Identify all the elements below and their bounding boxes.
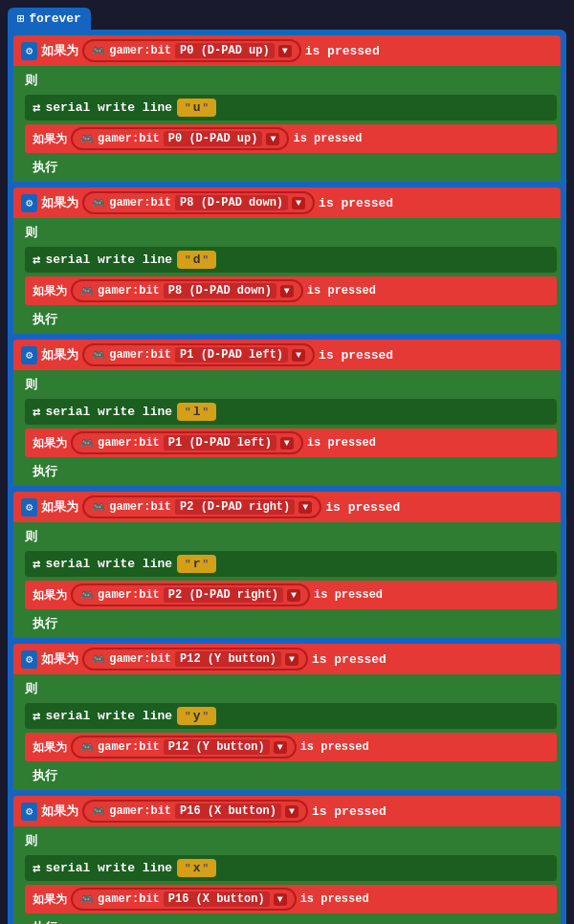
gamer-text: gamer:bit xyxy=(109,500,171,514)
inner-gamepad-icon: 🎮 xyxy=(80,437,94,450)
if-header-block-left[interactable]: ⚙ 如果为 🎮 gamer:bit P1 (D-PAD left) ▼ is p… xyxy=(13,340,561,370)
if-header-block-y[interactable]: ⚙ 如果为 🎮 gamer:bit P12 (Y button) ▼ is pr… xyxy=(13,644,561,674)
inner-dropdown-arrow-block-right[interactable]: ▼ xyxy=(287,589,300,602)
close-quote: " xyxy=(202,102,209,114)
if-condition-label: 如果为 xyxy=(41,650,78,668)
inner-dropdown-arrow-block-y[interactable]: ▼ xyxy=(274,741,287,754)
if-condition-label: 如果为 xyxy=(41,803,78,820)
serial-row-block-right[interactable]: ⇄ serial write line " r " xyxy=(25,551,557,577)
dropdown-arrow-block-up[interactable]: ▼ xyxy=(278,45,292,57)
gear-icon-block-y: ⚙ xyxy=(21,650,37,669)
gamepad-icon: 🎮 xyxy=(92,197,105,209)
inner-dropdown-arrow-block-up[interactable]: ▼ xyxy=(266,133,279,145)
inner-gamer-pill-block-left[interactable]: 🎮 gamer:bit P1 (D-PAD left) ▼ xyxy=(71,431,303,454)
execute-row-block-x: 执行 xyxy=(25,917,557,924)
char-value-block-right: r xyxy=(193,557,201,571)
dropdown-arrow-block-right[interactable]: ▼ xyxy=(298,501,312,514)
is-pressed-label-block-y: is pressed xyxy=(312,652,386,667)
string-value-block-x: " x " xyxy=(177,859,216,877)
inner-gamer-pill-block-right[interactable]: 🎮 gamer:bit P2 (D-PAD right) ▼ xyxy=(71,583,310,606)
if-block-block-down: ⚙ 如果为 🎮 gamer:bit P8 (D-PAD down) ▼ is p… xyxy=(13,187,561,334)
serial-icon: ⇄ xyxy=(33,556,40,572)
serial-write-label: serial write line xyxy=(45,100,172,115)
inner-pin-badge-block-y: P12 (Y button) xyxy=(164,739,270,755)
gamer-text: gamer:bit xyxy=(109,652,171,666)
gamer-pill-block-y[interactable]: 🎮 gamer:bit P12 (Y button) ▼ xyxy=(82,648,308,671)
if-condition-label: 如果为 xyxy=(41,194,78,211)
dropdown-arrow-block-x[interactable]: ▼ xyxy=(285,805,298,818)
gear-icon-block-right: ⚙ xyxy=(21,498,37,517)
inner-dropdown-arrow-block-down[interactable]: ▼ xyxy=(280,285,294,297)
gamer-text: gamer:bit xyxy=(109,196,171,209)
if-header-block-down[interactable]: ⚙ 如果为 🎮 gamer:bit P8 (D-PAD down) ▼ is p… xyxy=(13,187,561,218)
ze-label-block-x: 则 xyxy=(25,830,557,851)
inner-gamer-pill-block-down[interactable]: 🎮 gamer:bit P8 (D-PAD down) ▼ xyxy=(71,279,303,302)
inner-is-pressed-label: is pressed xyxy=(307,284,376,297)
execute-row-block-up: 执行 xyxy=(25,157,557,178)
inner-dropdown-arrow-block-left[interactable]: ▼ xyxy=(280,437,294,450)
gamer-pill-block-right[interactable]: 🎮 gamer:bit P2 (D-PAD right) ▼ xyxy=(82,495,321,518)
close-quote: " xyxy=(202,559,209,570)
pin-badge-block-right: P2 (D-PAD right) xyxy=(175,499,295,515)
ze-label-block-y: 则 xyxy=(25,678,557,699)
serial-row-block-up[interactable]: ⇄ serial write line " u " xyxy=(25,95,557,121)
serial-row-block-down[interactable]: ⇄ serial write line " d " xyxy=(25,247,557,273)
execute-row-block-y: 执行 xyxy=(25,765,557,786)
inner-if-row-block-right[interactable]: 如果为 🎮 gamer:bit P2 (D-PAD right) ▼ is pr… xyxy=(25,581,557,609)
serial-write-label: serial write line xyxy=(45,557,172,571)
inner-gamer-text: gamer:bit xyxy=(98,284,160,297)
inner-if-row-block-x[interactable]: 如果为 🎮 gamer:bit P16 (X button) ▼ is pres… xyxy=(25,885,557,913)
open-quote: " xyxy=(185,863,191,874)
inner-gamer-text: gamer:bit xyxy=(98,132,160,145)
serial-row-block-left[interactable]: ⇄ serial write line " l " xyxy=(25,399,557,425)
char-value-block-x: x xyxy=(193,861,201,875)
inner-if-row-block-y[interactable]: 如果为 🎮 gamer:bit P12 (Y button) ▼ is pres… xyxy=(25,733,557,761)
if-body-block-y: 则 ⇄ serial write line " y " 如果为 🎮 gamer:… xyxy=(13,674,561,790)
dropdown-arrow-block-y[interactable]: ▼ xyxy=(285,653,298,666)
inner-is-pressed-label: is pressed xyxy=(314,588,383,602)
gamer-pill-block-x[interactable]: 🎮 gamer:bit P16 (X button) ▼ xyxy=(82,800,308,823)
serial-row-block-x[interactable]: ⇄ serial write line " x " xyxy=(25,855,557,881)
inner-if-row-block-down[interactable]: 如果为 🎮 gamer:bit P8 (D-PAD down) ▼ is pre… xyxy=(25,276,557,305)
inner-gamepad-icon: 🎮 xyxy=(80,285,94,297)
serial-row-block-y[interactable]: ⇄ serial write line " y " xyxy=(25,703,557,729)
inner-gamer-pill-block-y[interactable]: 🎮 gamer:bit P12 (Y button) ▼ xyxy=(71,736,297,759)
gear-icon-block-down: ⚙ xyxy=(21,194,37,212)
gamer-text: gamer:bit xyxy=(109,44,171,57)
inner-gamer-text: gamer:bit xyxy=(98,892,160,906)
dropdown-arrow-block-left[interactable]: ▼ xyxy=(292,349,305,362)
gamepad-icon: 🎮 xyxy=(92,805,105,818)
gamer-text: gamer:bit xyxy=(109,348,171,362)
pin-badge-block-up: P0 (D-PAD up) xyxy=(175,43,275,58)
if-header-block-right[interactable]: ⚙ 如果为 🎮 gamer:bit P2 (D-PAD right) ▼ is … xyxy=(13,492,561,522)
execute-label-block-y: 执行 xyxy=(33,767,57,784)
inner-if-label: 如果为 xyxy=(33,891,67,908)
inner-pin-badge-block-right: P2 (D-PAD right) xyxy=(164,587,283,603)
gamer-pill-block-down[interactable]: 🎮 gamer:bit P8 (D-PAD down) ▼ xyxy=(82,191,315,214)
if-header-block-x[interactable]: ⚙ 如果为 🎮 gamer:bit P16 (X button) ▼ is pr… xyxy=(13,796,561,826)
inner-gamer-pill-block-x[interactable]: 🎮 gamer:bit P16 (X button) ▼ xyxy=(71,888,297,911)
gamer-text: gamer:bit xyxy=(109,804,171,818)
if-condition-label: 如果为 xyxy=(41,346,78,363)
execute-label-block-down: 执行 xyxy=(33,311,57,328)
inner-if-label: 如果为 xyxy=(33,283,67,299)
inner-dropdown-arrow-block-x[interactable]: ▼ xyxy=(274,893,287,906)
forever-block-header[interactable]: ⊞ forever xyxy=(8,8,91,30)
gamer-pill-block-up[interactable]: 🎮 gamer:bit P0 (D-PAD up) ▼ xyxy=(82,39,300,62)
gear-icon-block-left: ⚙ xyxy=(21,346,37,364)
inner-if-row-block-left[interactable]: 如果为 🎮 gamer:bit P1 (D-PAD left) ▼ is pre… xyxy=(25,429,557,457)
ze-label-block-down: 则 xyxy=(25,222,557,243)
execute-label-block-left: 执行 xyxy=(33,463,57,480)
if-block-block-up: ⚙ 如果为 🎮 gamer:bit P0 (D-PAD up) ▼ is pre… xyxy=(13,35,561,182)
serial-icon: ⇄ xyxy=(33,708,40,724)
if-header-block-up[interactable]: ⚙ 如果为 🎮 gamer:bit P0 (D-PAD up) ▼ is pre… xyxy=(13,35,561,66)
inner-if-row-block-up[interactable]: 如果为 🎮 gamer:bit P0 (D-PAD up) ▼ is press… xyxy=(25,124,557,153)
inner-gamer-pill-block-up[interactable]: 🎮 gamer:bit P0 (D-PAD up) ▼ xyxy=(71,127,289,150)
gear-icon-block-up: ⚙ xyxy=(21,42,37,60)
execute-row-block-right: 执行 xyxy=(25,613,557,634)
gamer-pill-block-left[interactable]: 🎮 gamer:bit P1 (D-PAD left) ▼ xyxy=(82,343,315,366)
dropdown-arrow-block-down[interactable]: ▼ xyxy=(292,197,305,209)
ze-label-block-right: 则 xyxy=(25,526,557,547)
inner-gamer-text: gamer:bit xyxy=(98,436,160,450)
string-value-block-y: " y " xyxy=(177,707,216,725)
